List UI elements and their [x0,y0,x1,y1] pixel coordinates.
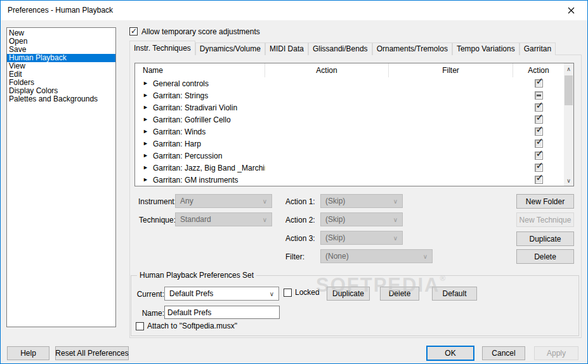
row-action-checkbox[interactable]: ✓ [535,79,543,88]
close-button[interactable] [561,4,581,17]
scrollbar-thumb[interactable] [565,75,573,105]
tab-dynamics-volume[interactable]: Dynamics/Volume [195,42,265,55]
check-icon: ✓ [536,138,544,147]
table-body: ►General controls✓►Garritan: Strings►Gar… [135,77,564,186]
technique-row[interactable]: ►General controls✓ [135,77,564,89]
attach-checkbox[interactable] [136,322,144,330]
expand-arrow-icon[interactable]: ► [143,162,148,174]
technique-name: Garritan: Stradivari Violin [153,103,237,112]
current-label: Current: [135,290,164,299]
duplicate-technique-button[interactable]: Duplicate [516,231,574,246]
technique-row[interactable]: ►Garritan: Harp✓ [135,138,564,150]
tab-midi-data[interactable]: MIDI Data [265,42,308,55]
technique-row[interactable]: ►Garritan: GM instruments✓ [135,174,564,186]
technique-value: Standard [180,215,211,224]
filter-label: Filter: [285,252,304,261]
check-icon: ✓ [536,162,544,171]
technique-row[interactable]: ►Garritan: Jazz, Big Band _Marchin...✓ [135,162,564,174]
scroll-up-icon[interactable]: ∧ [564,64,573,74]
column-header-action-check[interactable]: Action [513,63,564,77]
action3-value: (Skip) [325,233,345,242]
action3-label: Action 3: [285,234,315,243]
category-listbox[interactable]: NewOpenSaveHuman PlaybackViewEditFolders… [6,27,116,327]
expand-arrow-icon[interactable]: ► [143,150,148,162]
check-icon: ✓ [536,174,544,183]
close-icon [568,7,575,14]
help-button[interactable]: Help [7,346,49,360]
column-header-name[interactable]: Name [135,63,265,77]
chevron-down-icon: ∨ [263,198,267,205]
default-prefs-button[interactable]: Default [432,287,477,301]
expand-arrow-icon[interactable]: ► [143,114,148,126]
column-header-filter[interactable]: Filter [389,63,513,77]
current-prefs-value: Default Prefs [169,289,213,298]
table-scrollbar[interactable]: ∧ ∨ [564,63,573,186]
current-prefs-select[interactable]: Default Prefs ∨ [164,287,279,301]
row-action-checkbox[interactable]: ✓ [535,164,543,172]
technique-row[interactable]: ►Garritan: Winds✓ [135,126,564,138]
ok-button[interactable]: OK [426,346,474,361]
row-action-checkbox[interactable]: ✓ [535,152,543,160]
technique-name: Garritan: Percussion [153,152,222,160]
reset-all-preferences-button[interactable]: Reset All Preferences [55,346,129,360]
technique-name: Garritan: Winds [153,127,206,136]
row-action-checkbox[interactable]: ✓ [535,176,543,184]
check-icon: ✓ [536,114,544,123]
chevron-down-icon: ∨ [393,216,398,223]
allow-adjustments-checkbox[interactable] [129,27,138,36]
tab-instr-techniques[interactable]: Instr. Techniques [129,41,195,55]
instrument-select[interactable]: Any ∨ [175,194,272,208]
title-bar: Preferences - Human Playback [1,1,587,20]
tab-ornaments-tremolos[interactable]: Ornaments/Tremolos [372,42,452,55]
chevron-down-icon: ∨ [270,290,274,297]
scroll-down-icon[interactable]: ∨ [564,176,573,185]
tab-tempo-variations[interactable]: Tempo Variations [452,42,519,55]
technique-row[interactable]: ►Garritan: Percussion✓ [135,150,564,162]
check-icon: ✓ [536,150,544,159]
prefs-set-groupbox: Human Playback Preferences Set Current: … [131,275,579,336]
expand-arrow-icon[interactable]: ► [143,174,148,186]
technique-action-cell [265,89,389,101]
technique-row[interactable]: ►Garritan: Strings [135,89,564,101]
locked-checkbox[interactable] [284,289,292,297]
expand-arrow-icon[interactable]: ► [143,138,148,150]
technique-filter-cell [389,138,513,150]
row-action-checkbox[interactable]: ✓ [535,140,543,148]
action3-select[interactable]: (Skip) ∨ [320,231,403,245]
tab-glissandi-bends[interactable]: Glissandi/Bends [308,42,372,55]
expand-arrow-icon[interactable]: ► [143,77,148,89]
technique-row[interactable]: ►Garritan: Stradivari Violin✓ [135,101,564,114]
technique-filter-cell [389,114,513,126]
cancel-button[interactable]: Cancel [482,346,525,360]
technique-label: Technique: [138,216,176,224]
row-action-checkbox[interactable] [535,91,543,100]
action1-value: (Skip) [325,197,345,205]
technique-action-cell [265,114,389,126]
filter-select[interactable]: (None) ∨ [320,249,433,263]
technique-name: Garritan: Strings [153,91,208,100]
row-action-checkbox[interactable]: ✓ [535,115,543,124]
chevron-down-icon: ∨ [393,198,398,205]
new-technique-button[interactable]: New Technique [516,212,574,227]
tab-garritan[interactable]: Garritan [519,42,556,55]
apply-button[interactable]: Apply [534,346,578,360]
technique-row[interactable]: ►Garritan: Gofriller Cello✓ [135,114,564,126]
delete-technique-button[interactable]: Delete [516,249,574,264]
technique-action-cell [265,150,389,162]
delete-prefs-button[interactable]: Delete [380,287,419,301]
new-folder-button[interactable]: New Folder [516,194,574,209]
prefs-name-input[interactable] [164,306,280,319]
column-header-action[interactable]: Action [265,63,389,77]
technique-select[interactable]: Standard ∨ [175,212,272,226]
row-action-checkbox[interactable]: ✓ [535,103,543,112]
expand-arrow-icon[interactable]: ► [143,101,148,114]
duplicate-prefs-button[interactable]: Duplicate [327,287,370,301]
expand-arrow-icon[interactable]: ► [143,126,148,138]
action1-select[interactable]: (Skip) ∨ [320,194,403,208]
sidebar-item-view[interactable]: View [7,62,115,70]
expand-arrow-icon[interactable]: ► [143,89,148,101]
action2-select[interactable]: (Skip) ∨ [320,212,403,226]
row-action-checkbox[interactable]: ✓ [535,127,543,136]
tab-strip: Instr. TechniquesDynamics/VolumeMIDI Dat… [129,41,556,55]
sidebar-item-palettes-and-backgrounds[interactable]: Palettes and Backgrounds [7,95,115,103]
